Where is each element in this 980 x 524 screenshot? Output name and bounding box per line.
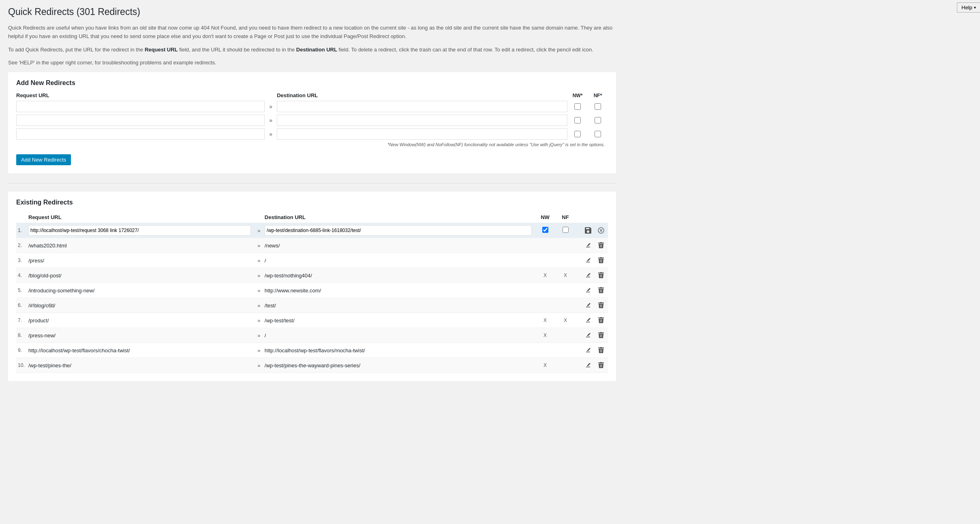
add-request-input-1[interactable] [16, 101, 265, 112]
row-num-1: 1. [16, 228, 28, 233]
table-row: 2. /whats2020.html » /news/ [16, 238, 608, 253]
row-actions-9 [576, 345, 608, 356]
row-num-7: 7. [16, 317, 28, 323]
th-actions [576, 215, 608, 220]
arrow-2: » [265, 117, 277, 124]
table-row: 6. /#!blog/c6tl/ » /test/ [16, 298, 608, 313]
row-actions-1 [576, 225, 608, 236]
row-arrow-9: » [253, 347, 265, 354]
edit-button-9[interactable] [583, 345, 593, 356]
row-arrow-1: » [253, 228, 265, 234]
table-row: 10. /wp-test/pines-the/ » /wp-test/pines… [16, 358, 608, 373]
row-nw-checkbox-1[interactable] [542, 227, 548, 233]
row-nf-1 [555, 227, 576, 234]
edit-button-4[interactable] [583, 270, 593, 281]
table-row: 9. http://localhost/wp-test/flavors/choc… [16, 343, 608, 358]
row-actions-5 [576, 285, 608, 296]
row-nf-4: X [555, 273, 576, 278]
edit-dest-input-1[interactable] [265, 225, 532, 236]
edit-button-7[interactable] [583, 315, 593, 326]
row-num-8: 8. [16, 332, 28, 338]
edit-button-5[interactable] [583, 285, 593, 296]
table-row: 1. » [16, 223, 608, 238]
add-new-redirects-button[interactable]: Add New Redirects [16, 154, 71, 165]
row-nw-1 [535, 227, 555, 234]
row-request-10: /wp-test/pines-the/ [28, 362, 253, 369]
edit-button-10[interactable] [583, 360, 593, 371]
row-nf-checkbox-1[interactable] [563, 227, 569, 233]
table-row: 7. /product/ » /wp-test/test/ X X [16, 313, 608, 328]
add-dest-input-3[interactable] [277, 128, 567, 140]
row-actions-7 [576, 315, 608, 326]
table-row: 3. /press/ » / [16, 253, 608, 268]
row-dest-1 [265, 225, 535, 236]
add-request-input-3[interactable] [16, 128, 265, 140]
row-num-3: 3. [16, 258, 28, 263]
row-actions-3 [576, 255, 608, 266]
add-nf-checkbox-3[interactable] [595, 131, 601, 137]
add-nf-checkbox-2[interactable] [595, 117, 601, 124]
row-request-5: /introducing-something-new/ [28, 288, 253, 294]
table-row: 5. /introducing-something-new/ » http://… [16, 283, 608, 298]
row-request-1 [28, 225, 253, 236]
row-arrow-8: » [253, 332, 265, 339]
add-nw-checkbox-2[interactable] [574, 117, 581, 124]
add-redirects-section: Add New Redirects Request URL Destinatio… [8, 72, 616, 173]
row-nw-4: X [535, 273, 555, 278]
delete-button-5[interactable] [596, 285, 606, 296]
delete-button-10[interactable] [596, 360, 606, 371]
row-request-6: /#!blog/c6tl/ [28, 302, 253, 309]
row-num-5: 5. [16, 288, 28, 293]
delete-button-3[interactable] [596, 255, 606, 266]
add-dest-input-1[interactable] [277, 101, 567, 112]
row-request-4: /blog/old-post/ [28, 273, 253, 279]
row-dest-2: /news/ [265, 243, 535, 249]
row-dest-5: http://www.newsite.com/ [265, 288, 535, 294]
row-request-7: /product/ [28, 317, 253, 324]
edit-button-3[interactable] [583, 255, 593, 266]
row-arrow-2: » [253, 243, 265, 249]
add-nw-checkbox-1[interactable] [574, 103, 581, 110]
row-arrow-3: » [253, 258, 265, 264]
delete-button-7[interactable] [596, 315, 606, 326]
page-title: Quick Redirects (301 Redirects) [8, 6, 616, 17]
save-button-1[interactable] [583, 225, 593, 236]
th-nf: NF [555, 214, 576, 220]
delete-button-4[interactable] [596, 270, 606, 281]
add-form-row-1: » [16, 101, 608, 112]
add-nw-checkbox-3[interactable] [574, 131, 581, 137]
help-dropdown-arrow: ▾ [974, 5, 976, 10]
note-row: *New Window(NW) and NoFollow(NF) functio… [16, 142, 608, 147]
edit-button-2[interactable] [583, 240, 593, 251]
description-1: Quick Redirects are useful when you have… [8, 24, 616, 41]
add-nf-checkbox-1[interactable] [595, 103, 601, 110]
delete-button-6[interactable] [596, 300, 606, 311]
edit-button-8[interactable] [583, 330, 593, 341]
delete-button-9[interactable] [596, 345, 606, 356]
row-dest-9: http://localhost/wp-test/flavors/mocha-t… [265, 347, 535, 354]
add-section-title: Add New Redirects [16, 79, 608, 87]
existing-section-title: Existing Redirects [16, 199, 608, 206]
existing-redirects-section: Existing Redirects Request URL Destinati… [8, 192, 616, 381]
row-num-9: 9. [16, 347, 28, 353]
row-dest-10: /wp-test/pines-the-wayward-pines-series/ [265, 362, 535, 369]
add-dest-input-2[interactable] [277, 115, 567, 126]
edit-request-input-1[interactable] [28, 225, 251, 236]
row-actions-4 [576, 270, 608, 281]
description-3: See 'HELP' in the upper right corner, fo… [8, 59, 616, 67]
redirects-table: Request URL Destination URL NW NF 1. » [16, 212, 608, 373]
row-actions-6 [576, 300, 608, 311]
help-label: Help [961, 4, 972, 11]
edit-button-6[interactable] [583, 300, 593, 311]
table-row: 8. /press-new/ » / X [16, 328, 608, 343]
cancel-button-1[interactable] [596, 225, 606, 236]
help-button[interactable]: Help ▾ [957, 2, 980, 13]
delete-button-2[interactable] [596, 240, 606, 251]
add-request-input-2[interactable] [16, 115, 265, 126]
row-arrow-4: » [253, 273, 265, 279]
row-arrow-10: » [253, 362, 265, 369]
delete-button-8[interactable] [596, 330, 606, 341]
th-nw: NW [535, 214, 555, 220]
row-arrow-6: » [253, 302, 265, 309]
row-dest-7: /wp-test/test/ [265, 317, 535, 324]
